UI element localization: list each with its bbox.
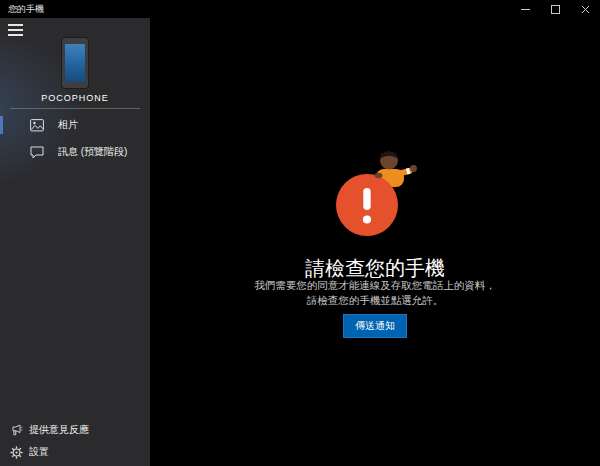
app-body: POCOPHONE 相片 xyxy=(0,18,600,466)
instruction-line-1: 我們需要您的同意才能連線及存取您電話上的資料， xyxy=(254,279,496,291)
main-content: 請檢查您的手機 我們需要您的同意才能連線及存取您電話上的資料， 請檢查您的手機並… xyxy=(150,18,600,466)
minimize-button[interactable] xyxy=(510,0,540,18)
close-button[interactable] xyxy=(570,0,600,18)
sidebar-item-feedback[interactable]: 提供意見反應 xyxy=(0,419,150,441)
selection-indicator xyxy=(0,116,3,134)
message-icon xyxy=(30,146,44,159)
sidebar-nav: 相片 訊息 (預覽階段) xyxy=(0,113,150,167)
titlebar: 您的手機 xyxy=(0,0,600,18)
sidebar: POCOPHONE 相片 xyxy=(0,18,150,466)
hamburger-icon xyxy=(8,24,23,26)
device-panel: POCOPHONE xyxy=(0,38,150,103)
phone-preview-image xyxy=(62,38,88,88)
window-title: 您的手機 xyxy=(0,3,44,16)
maximize-icon xyxy=(551,5,560,14)
instruction-line-2: 請檢查您的手機並點選允許。 xyxy=(307,294,444,306)
alert-icon xyxy=(329,150,421,238)
phone-screen xyxy=(65,44,85,82)
sidebar-item-photos[interactable]: 相片 xyxy=(0,113,150,137)
hamburger-menu-button[interactable] xyxy=(8,24,23,36)
feedback-icon xyxy=(10,424,23,437)
your-phone-window: 您的手機 POCOPHONE xyxy=(0,0,600,466)
photo-icon xyxy=(30,119,44,132)
gear-icon xyxy=(10,446,23,459)
maximize-button[interactable] xyxy=(540,0,570,18)
minimize-icon xyxy=(521,9,530,10)
send-notification-button[interactable]: 傳送通知 xyxy=(343,314,407,338)
sidebar-item-label: 設置 xyxy=(29,445,49,459)
sidebar-item-settings[interactable]: 設置 xyxy=(0,441,150,463)
window-controls xyxy=(510,0,600,18)
sidebar-item-label: 相片 xyxy=(58,118,78,132)
sidebar-item-label: 訊息 (預覽階段) xyxy=(58,145,127,159)
instruction-text: 我們需要您的同意才能連線及存取您電話上的資料， 請檢查您的手機並點選允許。 xyxy=(150,278,600,308)
divider xyxy=(10,108,140,109)
device-name: POCOPHONE xyxy=(0,93,150,103)
sidebar-item-messages[interactable]: 訊息 (預覽階段) xyxy=(0,140,150,164)
sidebar-footer: 提供意見反應 設置 xyxy=(0,419,150,463)
close-icon xyxy=(581,5,590,14)
sidebar-item-label: 提供意見反應 xyxy=(29,423,89,437)
